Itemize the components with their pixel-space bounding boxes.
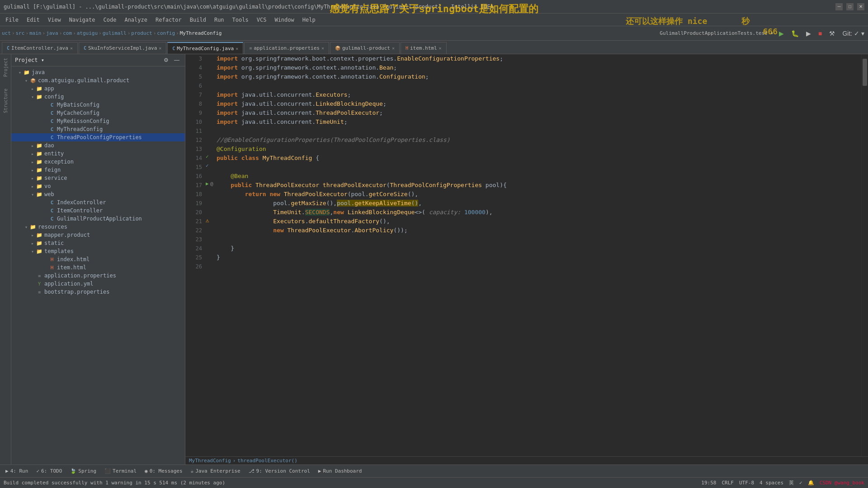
bottom-tab-terminal[interactable]: ⬛ Terminal [101, 466, 140, 477]
tree-service[interactable]: ▸ 📁 service [11, 174, 185, 182]
tree-web[interactable]: ▾ 📁 web [11, 190, 185, 198]
tab-gulimallproduct[interactable]: 📦 gulimall-product ✕ [330, 42, 400, 54]
breadcrumb-com: com [63, 30, 72, 36]
tree-arrow: ▸ [29, 143, 36, 148]
project-panel-title: Project ▾ [15, 57, 44, 63]
tree-itemcontroller[interactable]: C ItemController [11, 206, 185, 215]
menu-code[interactable]: Code [100, 16, 120, 24]
code-lines[interactable]: import org.springframework.boot.context.… [215, 54, 861, 456]
menu-window[interactable]: Window [271, 16, 297, 24]
bottom-tab-versioncontrol[interactable]: ⎇ 9: Version Control [245, 466, 314, 477]
window-controls[interactable]: ─ □ ✕ [835, 3, 864, 10]
code-content[interactable]: 3 4 5 6 7 8 9 10 11 12 13 14 15 16 17 18… [185, 54, 868, 456]
tab-applicationproperties[interactable]: ≡ application.properties ✕ [244, 42, 329, 54]
tree-threadpoolconfigproperties[interactable]: C ThreadPoolConfigProperties [11, 133, 185, 141]
tree-java[interactable]: ▾ 📁 java [11, 68, 185, 76]
tree-mybatisconfig[interactable]: C MyBatisConfig [11, 101, 185, 109]
tree-gulimallproductapplication[interactable]: C GulimallProductApplication [11, 215, 185, 223]
tree-label: IndexController [57, 199, 106, 206]
stop-button[interactable]: ■ [816, 29, 824, 38]
todo-label: 6: TODO [41, 468, 62, 474]
tree-mapper[interactable]: ▸ 📁 mapper.product [11, 231, 185, 239]
bottom-tab-javaenterprise[interactable]: ☕ Java Enterprise [187, 466, 244, 477]
tab-icon: C [84, 46, 86, 51]
tab-itemcontroller[interactable]: C ItemController.java ✕ [2, 42, 78, 54]
tree-myredissonconfig[interactable]: C MyRedissonConfig [11, 117, 185, 125]
tree-exception[interactable]: ▸ 📁 exception [11, 158, 185, 166]
tree-itemhtml[interactable]: H item.html [11, 263, 185, 272]
editor-breadcrumb: MyThreadConfig › threadPoolExecutor() [185, 456, 868, 465]
tree-pkg[interactable]: ▾ 📦 com.atguigu.gulimall.product [11, 76, 185, 84]
menu-run[interactable]: Run [211, 16, 228, 24]
menu-refactor[interactable]: Refactor [152, 16, 185, 24]
tree-label: MyBatisConfig [57, 102, 99, 108]
tab-close-mythreadconfig[interactable]: ✕ [236, 46, 238, 51]
structure-toggle[interactable]: Structure [3, 89, 8, 113]
menu-edit[interactable]: Edit [23, 16, 43, 24]
menu-navigate[interactable]: Navigate [66, 16, 99, 24]
project-panel-toggle[interactable]: Project [3, 58, 8, 77]
tree-static[interactable]: ▸ 📁 static [11, 239, 185, 247]
tab-close-gulimallproduct[interactable]: ✕ [392, 46, 395, 51]
tree-feign[interactable]: ▸ 📁 feign [11, 166, 185, 174]
code-line-25: } [217, 253, 861, 262]
tree-app[interactable]: ▸ 📁 app [11, 84, 185, 93]
run-config-dropdown[interactable]: GulimallProductApplicationTests.test ▾ [660, 30, 774, 36]
tab-mythreadconfig[interactable]: C MyThreadConfig.java ✕ [167, 42, 243, 54]
tree-config[interactable]: ▾ 📁 config [11, 93, 185, 101]
run-coverage-button[interactable]: ▶ [804, 29, 813, 38]
build-button[interactable]: ⚒ [827, 29, 837, 38]
panel-settings[interactable]: ⚙ [162, 56, 170, 64]
tree-entity[interactable]: ▸ 📁 entity [11, 150, 185, 158]
tree-arrow: ▸ [29, 233, 36, 238]
tree-templates[interactable]: ▾ 📁 templates [11, 247, 185, 255]
panel-collapse[interactable]: — [172, 56, 181, 64]
scrollbar-thumb[interactable] [863, 59, 867, 86]
dashboard-label: Run Dashboard [323, 468, 362, 474]
run-label: 4: Run [10, 468, 28, 474]
bottom-tab-spring[interactable]: 🍃 Spring [66, 466, 100, 477]
menu-file[interactable]: File [2, 16, 22, 24]
tab-close-applicationproperties[interactable]: ✕ [321, 46, 324, 51]
tree-arrow: ▸ [29, 176, 36, 181]
code-line-13: @Configuration [217, 145, 861, 154]
tab-close-itemcontroller[interactable]: ✕ [70, 46, 73, 51]
vcs-icon: ⎇ [249, 468, 255, 474]
tab-itemhtml[interactable]: H item.html ✕ [401, 42, 447, 54]
tree-resources[interactable]: ▾ 📁 resources [11, 223, 185, 231]
toolbar: uct › src › main › java › com › atguigu … [0, 26, 868, 41]
git-dropdown[interactable]: Git: ✓ ▾ [840, 29, 866, 38]
minimize-button[interactable]: ─ [835, 3, 843, 10]
debug-button[interactable]: 🐛 [789, 29, 801, 38]
tab-close-skuinfoserviceimpl[interactable]: ✕ [159, 46, 161, 51]
bottom-tab-messages[interactable]: ◉ 0: Messages [141, 466, 186, 477]
tree-indexcontroller[interactable]: C IndexController [11, 198, 185, 206]
run-button[interactable]: ▶ [777, 29, 786, 38]
package-icon: 📦 [29, 77, 37, 84]
tree-mythreadconfig[interactable]: C MyThreadConfig [11, 125, 185, 133]
tree-vo[interactable]: ▸ 📁 vo [11, 182, 185, 190]
menu-build[interactable]: Build [186, 16, 210, 24]
tree-label: app [44, 85, 54, 92]
tree-applicationyml[interactable]: Y application.yml [11, 280, 185, 288]
menu-tools[interactable]: Tools [229, 16, 252, 24]
tab-skuinfoserviceimpl[interactable]: C SkuInfoServiceImpl.java ✕ [79, 42, 166, 54]
right-scrollbar[interactable] [861, 54, 868, 456]
close-button[interactable]: ✕ [857, 3, 864, 10]
bottom-tab-todo[interactable]: ✓ 6: TODO [33, 466, 66, 477]
menu-view[interactable]: View [44, 16, 65, 24]
tab-close-itemhtml[interactable]: ✕ [439, 46, 442, 51]
tree-dao[interactable]: ▸ 📁 dao [11, 141, 185, 150]
bottom-tab-rundashboard[interactable]: ▶ Run Dashboard [315, 466, 366, 477]
menu-help[interactable]: Help [299, 16, 319, 24]
html-icon: H [48, 256, 56, 263]
code-line-10: import java.util.concurrent.TimeUnit; [217, 117, 861, 127]
menu-vcs[interactable]: VCS [253, 16, 270, 24]
maximize-button[interactable]: □ [846, 3, 854, 10]
bottom-tab-run[interactable]: ▶ 4: Run [2, 466, 32, 477]
tree-indexhtml[interactable]: H index.html [11, 255, 185, 263]
tree-applicationproperties[interactable]: ≡ application.properties [11, 272, 185, 280]
tree-bootstrapproperties[interactable]: ≡ bootstrap.properties [11, 288, 185, 296]
menu-analyze[interactable]: Analyze [121, 16, 151, 24]
tree-mycacheconfig[interactable]: C MyCacheConfig [11, 109, 185, 117]
